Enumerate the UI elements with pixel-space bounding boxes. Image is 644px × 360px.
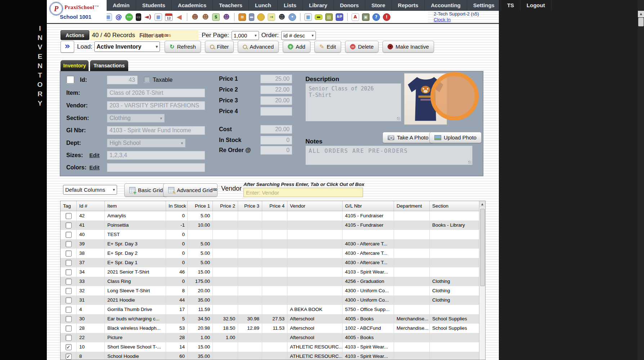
per-page-select[interactable]: 1,000 ▾ xyxy=(232,31,259,40)
alert-icon[interactable]: ! xyxy=(383,13,390,21)
row-tag-checkbox[interactable] xyxy=(66,213,72,219)
ap-badge-icon[interactable]: A/P xyxy=(336,13,343,21)
row-tag-checkbox[interactable] xyxy=(66,241,72,247)
table-row[interactable]: 32Long Sleeve T-Shirt820.004300 - Unifor… xyxy=(61,286,485,295)
nav-item-ts[interactable]: TS xyxy=(501,0,520,11)
colors-edit-link[interactable]: Edit xyxy=(89,164,99,170)
table-row[interactable]: 38E+ Spr. Day 205.004030 - Aftercare T..… xyxy=(61,249,485,258)
email-at-icon[interactable]: @ xyxy=(115,13,122,21)
staff-icon[interactable]: ☻ xyxy=(278,13,286,21)
nav-item-lunch[interactable]: Lunch xyxy=(249,0,278,11)
date-calendar-icon[interactable]: 12 xyxy=(165,13,173,21)
row-tag-checkbox[interactable] xyxy=(66,325,72,332)
student-icon[interactable]: ☻ xyxy=(202,13,209,21)
grid-scrollbar[interactable]: ▲ xyxy=(479,201,485,360)
column-header-vendor[interactable]: Vendor xyxy=(287,201,343,211)
vendor-field[interactable] xyxy=(107,101,205,110)
item-field[interactable] xyxy=(107,89,205,97)
chat-icon[interactable]: ··· xyxy=(125,13,133,21)
columns-select[interactable]: Default Columns ▾ xyxy=(63,185,117,195)
megaphone-icon[interactable]: ◀ xyxy=(175,13,183,21)
send-note-icon[interactable]: → xyxy=(268,13,275,21)
nav-item-students[interactable]: Students xyxy=(136,0,172,11)
actions-button[interactable]: Actions xyxy=(61,30,89,40)
check-money-icon[interactable]: ▬ xyxy=(315,14,322,20)
grid-scrollbar-thumb[interactable] xyxy=(480,209,485,286)
column-header-item[interactable]: Item xyxy=(105,201,166,211)
add-button[interactable]: +Add xyxy=(283,41,310,53)
table-row[interactable]: ✓10Short Sleeve School T-...1415.00ATHLE… xyxy=(61,342,485,352)
scroll-up-icon[interactable]: ▲ xyxy=(638,11,644,17)
help-icon[interactable]: ? xyxy=(372,13,380,21)
nav-item-store[interactable]: Store xyxy=(365,0,392,11)
clock-in-link[interactable]: Clock In xyxy=(434,17,491,23)
price3-field[interactable] xyxy=(260,96,292,105)
table-row[interactable]: 37E+ Spr. Day 105.004030 - Aftercare T..… xyxy=(61,258,485,267)
nav-item-teachers[interactable]: Teachers xyxy=(213,0,249,11)
family-icon[interactable]: ☻ xyxy=(223,13,230,21)
row-tag-checkbox[interactable]: ✓ xyxy=(66,354,72,360)
table-row[interactable]: 30Ear buds w/charging c...534.5032.5030.… xyxy=(61,314,485,324)
page-scrollbar[interactable]: ▲ xyxy=(638,0,644,360)
table-row[interactable]: 4Gorrilla Thumb Drive1711.59A BEKA BOOK5… xyxy=(61,305,485,314)
colors-field[interactable] xyxy=(107,163,205,172)
add-student-icon[interactable]: ☻ xyxy=(191,13,199,21)
section-select[interactable]: Clothing ▾ xyxy=(107,114,165,123)
column-header-g-l-nbr[interactable]: G/L Nbr xyxy=(343,201,394,211)
nav-item-accounting[interactable]: Accounting xyxy=(425,0,467,11)
row-tag-checkbox[interactable] xyxy=(66,335,72,341)
cost-field[interactable] xyxy=(260,125,292,134)
price1-field[interactable] xyxy=(260,75,292,83)
nav-item-lists[interactable]: Lists xyxy=(278,0,303,11)
nav-item-reports[interactable]: Reports xyxy=(392,0,425,11)
resize-handle-icon[interactable] xyxy=(468,161,471,164)
print-check-icon[interactable]: ▤ xyxy=(325,13,333,21)
column-header-price-4[interactable]: Price 4 xyxy=(262,201,287,211)
edit-button[interactable]: ✎Edit xyxy=(314,41,341,53)
advanced-grid-button[interactable]: Advanced Grid xyxy=(163,183,218,197)
record-tag-checkbox[interactable] xyxy=(66,76,74,84)
row-tag-checkbox[interactable] xyxy=(66,250,72,257)
vendor-search-input[interactable] xyxy=(243,188,363,197)
lunch-icon[interactable]: ≡ xyxy=(238,13,246,21)
sizes-field[interactable] xyxy=(107,151,205,160)
column-header-department[interactable]: Department xyxy=(394,201,430,211)
row-tag-checkbox[interactable] xyxy=(66,279,72,285)
speaker-icon[interactable]: ◄) xyxy=(144,13,152,21)
basic-grid-button[interactable]: Basic Grid xyxy=(124,183,168,197)
table-row[interactable]: 342021 Senior T-Shirt4615.004103 - Spiri… xyxy=(61,267,485,277)
dept-select[interactable]: High School ▾ xyxy=(107,139,185,147)
column-header-price-1[interactable]: Price 1 xyxy=(188,201,213,211)
taxable-checkbox[interactable] xyxy=(144,76,150,83)
pdf-icon[interactable]: A xyxy=(352,13,359,21)
nav-item-academics[interactable]: Academics xyxy=(172,0,213,11)
column-header-id-[interactable]: Id # xyxy=(77,201,105,211)
take-a-photo-button[interactable]: Take A Photo xyxy=(383,132,434,143)
table-row[interactable]: ✓8School Hoodie6035.00ATHLETIC RESOURC..… xyxy=(61,352,485,360)
row-tag-checkbox[interactable]: ✓ xyxy=(66,344,72,350)
table-row[interactable]: 42Amarylis05.004105 - Fundraiser xyxy=(61,211,485,221)
cash-register-icon[interactable]: ▣ xyxy=(362,13,370,21)
table-row[interactable]: 40TEST0 xyxy=(61,230,485,239)
alarm-clock-icon[interactable]: • xyxy=(289,13,296,21)
table-row[interactable]: 28Black wireless Headph...5320.9818.5012… xyxy=(61,324,485,333)
row-tag-checkbox[interactable] xyxy=(66,269,72,275)
reorder-field[interactable] xyxy=(260,146,292,155)
column-header-section[interactable]: Section xyxy=(430,201,480,211)
id-field[interactable] xyxy=(107,76,138,84)
spreadsheet-icon[interactable]: ▦ xyxy=(304,13,312,21)
row-tag-checkbox[interactable] xyxy=(66,316,72,322)
tab-transactions[interactable]: Transactions xyxy=(90,60,128,71)
library-book-icon[interactable]: ▬ xyxy=(249,13,254,21)
payment-icon[interactable]: $ xyxy=(212,13,220,21)
nav-item-library[interactable]: Library xyxy=(303,0,334,11)
price4-field[interactable] xyxy=(260,107,292,116)
row-tag-checkbox[interactable] xyxy=(66,297,72,303)
tab-inventory[interactable]: Inventory xyxy=(61,60,89,71)
column-header-in-stock[interactable]: In Stock xyxy=(166,201,188,211)
nav-item-settings[interactable]: Settings xyxy=(467,0,501,11)
row-tag-checkbox[interactable] xyxy=(66,288,72,294)
page-scrollbar-thumb[interactable] xyxy=(638,18,644,26)
expand-panel-button[interactable]: » xyxy=(61,41,74,53)
delete-button[interactable]: −Delete xyxy=(345,41,379,53)
